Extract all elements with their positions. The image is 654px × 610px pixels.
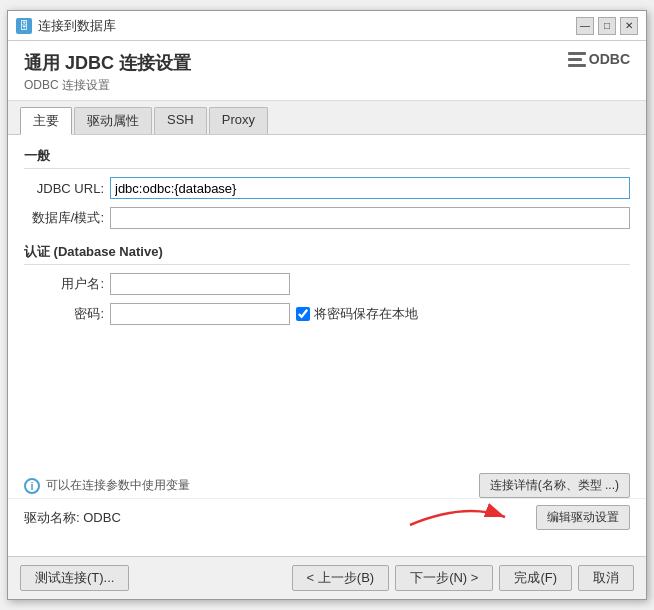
tab-driver[interactable]: 驱动属性 bbox=[74, 107, 152, 134]
header-area: 通用 JDBC 连接设置 ODBC 连接设置 ODBC bbox=[8, 41, 646, 101]
save-password-label: 将密码保存在本地 bbox=[314, 305, 418, 323]
driver-name-label: 驱动名称: ODBC bbox=[24, 509, 121, 527]
maximize-button[interactable]: □ bbox=[598, 17, 616, 35]
minimize-button[interactable]: — bbox=[576, 17, 594, 35]
tabs-bar: 主要 驱动属性 SSH Proxy bbox=[8, 101, 646, 135]
driver-bar: 驱动名称: ODBC 编辑驱动设置 bbox=[8, 498, 646, 536]
window-icon: 🗄 bbox=[16, 18, 32, 34]
tab-main[interactable]: 主要 bbox=[20, 107, 72, 135]
tab-ssh[interactable]: SSH bbox=[154, 107, 207, 134]
connection-details-button[interactable]: 连接详情(名称、类型 ...) bbox=[479, 473, 630, 498]
username-label: 用户名: bbox=[24, 275, 104, 293]
finish-button[interactable]: 完成(F) bbox=[499, 565, 572, 591]
db-mode-row: 数据库/模式: bbox=[24, 207, 630, 229]
jdbc-url-row: JDBC URL: bbox=[24, 177, 630, 199]
back-button[interactable]: < 上一步(B) bbox=[292, 565, 390, 591]
auth-section-title: 认证 (Database Native) bbox=[24, 243, 630, 265]
odbc-line-1 bbox=[568, 52, 586, 55]
auth-section: 认证 (Database Native) 用户名: 密码: 将密码保存在本地 bbox=[24, 243, 630, 325]
content-area: 一般 JDBC URL: 数据库/模式: 认证 (Database Native… bbox=[8, 135, 646, 556]
title-controls: — □ ✕ bbox=[576, 17, 638, 35]
info-icon: i bbox=[24, 478, 40, 494]
footer: 测试连接(T)... < 上一步(B) 下一步(N) > 完成(F) 取消 bbox=[8, 556, 646, 599]
jdbc-url-input[interactable] bbox=[110, 177, 630, 199]
window-title: 连接到数据库 bbox=[38, 17, 116, 35]
password-row: 密码: 将密码保存在本地 bbox=[24, 303, 630, 325]
close-button[interactable]: ✕ bbox=[620, 17, 638, 35]
odbc-line-3 bbox=[568, 64, 586, 67]
odbc-lines-icon bbox=[568, 52, 586, 67]
info-text-area: i 可以在连接参数中使用变量 bbox=[24, 477, 190, 494]
username-row: 用户名: bbox=[24, 273, 630, 295]
footer-right: < 上一步(B) 下一步(N) > 完成(F) 取消 bbox=[292, 565, 634, 591]
password-label: 密码: bbox=[24, 305, 104, 323]
title-bar: 🗄 连接到数据库 — □ ✕ bbox=[8, 11, 646, 41]
footer-left: 测试连接(T)... bbox=[20, 565, 129, 591]
title-bar-left: 🗄 连接到数据库 bbox=[16, 17, 116, 35]
info-text: 可以在连接参数中使用变量 bbox=[46, 477, 190, 494]
save-password-checkbox[interactable] bbox=[296, 307, 310, 321]
test-connection-button[interactable]: 测试连接(T)... bbox=[20, 565, 129, 591]
db-mode-label: 数据库/模式: bbox=[24, 209, 104, 227]
jdbc-url-label: JDBC URL: bbox=[24, 181, 104, 196]
general-section-title: 一般 bbox=[24, 147, 630, 169]
odbc-label: ODBC bbox=[589, 51, 630, 67]
edit-driver-area: 编辑驱动设置 bbox=[536, 505, 630, 530]
db-mode-input[interactable] bbox=[110, 207, 630, 229]
cancel-button[interactable]: 取消 bbox=[578, 565, 634, 591]
username-input[interactable] bbox=[110, 273, 290, 295]
arrow-annotation bbox=[405, 497, 515, 532]
odbc-logo: ODBC bbox=[568, 51, 630, 67]
save-password-row: 将密码保存在本地 bbox=[296, 305, 418, 323]
header-text: 通用 JDBC 连接设置 ODBC 连接设置 bbox=[24, 51, 191, 94]
edit-driver-button[interactable]: 编辑驱动设置 bbox=[536, 505, 630, 530]
main-window: 🗄 连接到数据库 — □ ✕ 通用 JDBC 连接设置 ODBC 连接设置 OD… bbox=[7, 10, 647, 600]
header-subtitle: ODBC 连接设置 bbox=[24, 77, 191, 94]
header-title: 通用 JDBC 连接设置 bbox=[24, 51, 191, 75]
odbc-line-2 bbox=[568, 58, 582, 61]
password-input[interactable] bbox=[110, 303, 290, 325]
next-button[interactable]: 下一步(N) > bbox=[395, 565, 493, 591]
tab-proxy[interactable]: Proxy bbox=[209, 107, 268, 134]
